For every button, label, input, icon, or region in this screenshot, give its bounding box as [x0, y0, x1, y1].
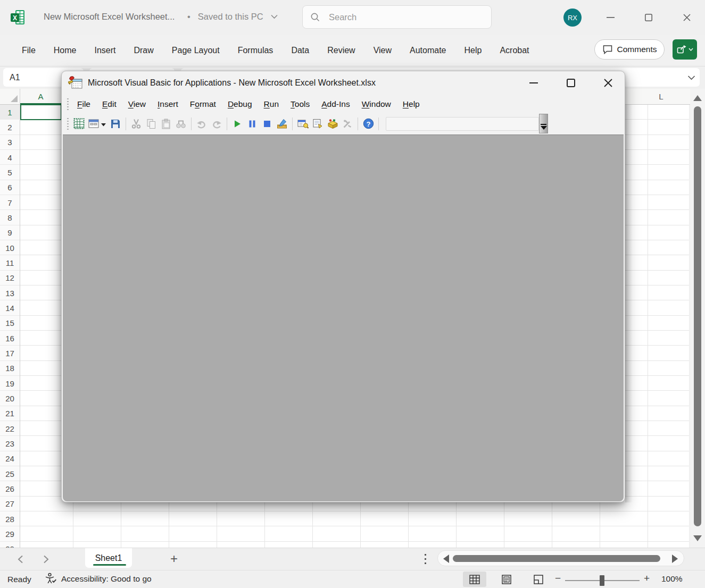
zoom-level[interactable]: 100% [661, 574, 683, 584]
saved-status[interactable]: • Saved to this PC [187, 12, 278, 22]
tab-data[interactable]: Data [282, 46, 318, 55]
accessibility-status[interactable]: Accessibility: Good to go [45, 573, 152, 585]
scroll-right-icon[interactable] [672, 555, 678, 563]
insert-userform-button[interactable] [86, 117, 101, 131]
row-header-3[interactable]: 3 [0, 135, 20, 150]
row-header-9[interactable]: 9 [0, 225, 20, 240]
vba-titlebar[interactable]: Microsoft Visual Basic for Applications … [62, 71, 625, 95]
row-header-21[interactable]: 21 [0, 406, 20, 421]
tab-file[interactable]: File [13, 46, 45, 55]
vba-toolbar-combo-field[interactable] [386, 117, 539, 131]
scroll-up-icon[interactable] [693, 95, 702, 101]
tab-automate[interactable]: Automate [401, 46, 455, 55]
zoom-slider-thumb[interactable] [600, 575, 604, 586]
next-sheet-button[interactable] [38, 552, 53, 567]
vba-menu-tools[interactable]: Tools [285, 99, 316, 109]
reset-button[interactable] [260, 117, 275, 131]
close-button[interactable] [678, 9, 696, 27]
share-button[interactable] [673, 39, 697, 60]
normal-view-button[interactable] [463, 572, 486, 587]
row-header-30[interactable]: 30 [0, 542, 20, 548]
row-header-27[interactable]: 27 [0, 497, 20, 511]
column-header-a[interactable]: A [20, 89, 61, 104]
run-button[interactable] [230, 117, 245, 131]
tab-view[interactable]: View [364, 46, 401, 55]
row-header-15[interactable]: 15 [0, 316, 20, 331]
row-header-1[interactable]: 1 [0, 105, 20, 120]
horizontal-scrollbar[interactable] [437, 550, 684, 566]
select-all-corner[interactable] [0, 89, 20, 104]
column-header-l[interactable]: L [633, 89, 689, 104]
selected-cell-a1[interactable] [20, 104, 62, 120]
scroll-down-icon[interactable] [693, 535, 702, 541]
row-header-8[interactable]: 8 [0, 210, 20, 225]
vba-menu-window[interactable]: Window [356, 99, 397, 109]
menubar-drag-handle[interactable] [67, 98, 69, 110]
zoom-in-button[interactable]: + [644, 573, 650, 584]
horizontal-scrollbar-thumb[interactable] [453, 555, 660, 562]
help-button[interactable]: ? [361, 117, 376, 131]
row-header-20[interactable]: 20 [0, 391, 20, 406]
page-break-view-button[interactable] [527, 572, 550, 587]
scroll-left-icon[interactable] [443, 555, 449, 563]
row-header-17[interactable]: 17 [0, 346, 20, 360]
row-header-22[interactable]: 22 [0, 421, 20, 436]
vba-menu-insert[interactable]: Insert [152, 99, 184, 109]
vba-menu-view[interactable]: View [122, 99, 152, 109]
vba-menu-help[interactable]: Help [397, 99, 426, 109]
tab-formulas[interactable]: Formulas [229, 46, 283, 55]
row-header-6[interactable]: 6 [0, 180, 20, 195]
tab-acrobat[interactable]: Acrobat [491, 46, 538, 55]
tab-page-layout[interactable]: Page Layout [163, 46, 229, 55]
vertical-scrollbar-thumb[interactable] [694, 106, 701, 526]
row-header-18[interactable]: 18 [0, 361, 20, 376]
row-header-26[interactable]: 26 [0, 481, 20, 496]
vba-maximize-button[interactable] [563, 75, 579, 91]
vba-menu-file[interactable]: File [71, 99, 96, 109]
vba-menu-add-ins[interactable]: Add-Ins [316, 99, 355, 109]
tab-home[interactable]: Home [45, 46, 86, 55]
design-mode-button[interactable] [275, 117, 289, 131]
row-header-28[interactable]: 28 [0, 511, 20, 526]
comments-button[interactable]: Comments [594, 39, 665, 60]
avatar[interactable]: RX [563, 9, 582, 27]
previous-sheet-button[interactable] [13, 552, 28, 567]
row-header-7[interactable]: 7 [0, 195, 20, 210]
properties-window-button[interactable] [310, 117, 325, 131]
row-header-16[interactable]: 16 [0, 331, 20, 346]
more-options-dots-icon[interactable] [424, 554, 427, 566]
row-header-29[interactable]: 29 [0, 526, 20, 541]
search-input[interactable] [328, 12, 468, 23]
minimize-button[interactable] [601, 9, 619, 27]
row-header-14[interactable]: 14 [0, 300, 20, 315]
row-header-4[interactable]: 4 [0, 150, 20, 165]
tab-draw[interactable]: Draw [125, 46, 162, 55]
maximize-button[interactable] [640, 9, 658, 27]
vba-menu-format[interactable]: Format [184, 99, 222, 109]
zoom-out-button[interactable]: − [555, 573, 561, 584]
row-header-10[interactable]: 10 [0, 240, 20, 255]
page-layout-view-button[interactable] [495, 572, 518, 587]
vba-menu-run[interactable]: Run [258, 99, 285, 109]
excel-logo-icon[interactable]: X [9, 9, 26, 28]
search-box[interactable] [302, 5, 492, 29]
row-header-2[interactable]: 2 [0, 120, 20, 135]
row-header-13[interactable]: 13 [0, 285, 20, 300]
vba-menu-edit[interactable]: Edit [96, 99, 122, 109]
row-header-19[interactable]: 19 [0, 376, 20, 391]
vba-minimize-button[interactable] [526, 75, 542, 91]
tab-review[interactable]: Review [318, 46, 364, 55]
view-microsoft-excel-button[interactable] [71, 117, 86, 131]
vertical-scrollbar[interactable] [690, 89, 705, 548]
tab-help[interactable]: Help [455, 46, 491, 55]
expand-formula-bar-button[interactable] [687, 73, 695, 82]
vba-menu-debug[interactable]: Debug [222, 99, 258, 109]
vba-mdi-canvas[interactable] [63, 135, 624, 501]
row-header-5[interactable]: 5 [0, 165, 20, 180]
row-header-12[interactable]: 12 [0, 271, 20, 285]
row-header-24[interactable]: 24 [0, 451, 20, 466]
break-button[interactable] [245, 117, 260, 131]
add-sheet-button[interactable]: + [166, 551, 182, 567]
tab-insert[interactable]: Insert [85, 46, 125, 55]
vba-close-button[interactable] [600, 75, 616, 91]
